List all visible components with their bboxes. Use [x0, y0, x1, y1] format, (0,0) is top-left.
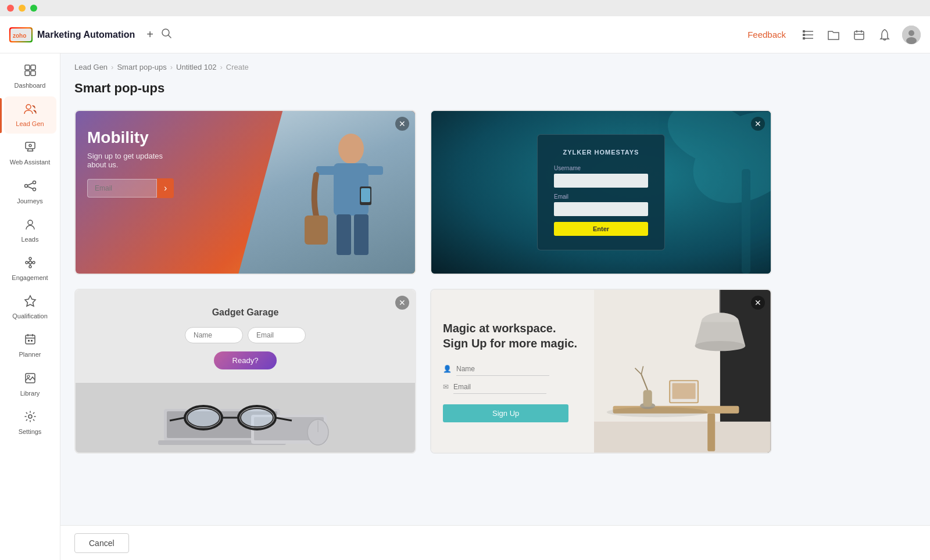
svg-rect-48 [31, 340, 33, 342]
template-grid: Mobility Sign up to get updates about us… [74, 110, 772, 454]
magic-heading-line2: Sign Up for more magic. [443, 337, 577, 350]
sidebar-item-library[interactable]: Library [4, 366, 56, 403]
leads-icon [24, 218, 37, 234]
gadget-email-input[interactable] [248, 327, 306, 343]
svg-line-31 [27, 186, 33, 189]
svg-point-21 [26, 105, 31, 109]
template-card-gadget[interactable]: Gadget Garage Ready? [74, 289, 416, 454]
maximize-dot[interactable] [30, 5, 37, 12]
sidebar-item-dashboard[interactable]: Dashboard [4, 58, 56, 95]
breadcrumb-smart-popups[interactable]: Smart pop-ups [117, 63, 166, 71]
window-chrome [0, 0, 930, 16]
sidebar-item-settings[interactable]: Settings [4, 404, 56, 441]
mobility-title: Mobility [87, 128, 180, 147]
magic-heading: Magic at workspace. Sign Up for more mag… [443, 321, 582, 351]
breadcrumb: Lead Gen › Smart pop-ups › Untitled 102 … [74, 63, 916, 71]
sidebar-label-lead-gen: Lead Gen [16, 120, 44, 128]
breadcrumb-sep-3: › [220, 63, 222, 71]
svg-rect-63 [742, 169, 750, 274]
sidebar-label-qualification: Qualification [12, 313, 48, 320]
magic-name-input[interactable] [456, 362, 549, 376]
sidebar-item-engagement[interactable]: Engagement [4, 250, 56, 288]
svg-rect-43 [26, 335, 35, 344]
sidebar-label-leads: Leads [22, 236, 39, 243]
svg-rect-56 [337, 214, 351, 255]
magic-email-row: ✉ [443, 380, 582, 394]
sidebar-item-journeys[interactable]: Journeys [4, 174, 56, 211]
svg-text:zoho: zoho [13, 33, 26, 39]
svg-rect-7 [803, 30, 805, 33]
mobility-close-icon[interactable]: ✕ [395, 117, 409, 131]
feedback-button[interactable]: Feedback [743, 27, 791, 42]
magic-signup-button[interactable]: Sign Up [443, 404, 568, 422]
template-card-mobility[interactable]: Mobility Sign up to get updates about us… [74, 110, 416, 275]
gadget-name-input[interactable] [185, 327, 243, 343]
sidebar-item-wrap-planner: Planner [0, 327, 60, 365]
sidebar-label-dashboard: Dashboard [15, 82, 46, 89]
mobility-subtitle: Sign up to get updates about us. [87, 152, 180, 169]
username-label: Username [554, 165, 648, 171]
breadcrumb-create: Create [226, 63, 249, 71]
mobility-submit-button[interactable]: › [157, 178, 174, 198]
svg-point-36 [29, 265, 31, 268]
user-avatar[interactable] [902, 26, 921, 44]
sidebar-label-planner: Planner [19, 351, 41, 358]
username-field[interactable] [554, 174, 648, 188]
sidebar-item-leads[interactable]: Leads [4, 212, 56, 249]
search-icon[interactable] [160, 27, 172, 42]
zylker-enter-button[interactable]: Enter [554, 222, 648, 236]
gadget-close-icon[interactable]: ✕ [395, 296, 409, 310]
gadget-fields [185, 327, 306, 343]
svg-point-33 [26, 261, 28, 264]
gadget-svg [152, 386, 338, 450]
web-assistant-icon [24, 141, 37, 156]
breadcrumb-lead-gen[interactable]: Lead Gen [74, 63, 108, 71]
gadget-title: Gadget Garage [212, 307, 279, 318]
sidebar-item-planner[interactable]: Planner [4, 327, 56, 364]
sidebar-item-qualification[interactable]: Qualification [4, 289, 56, 326]
email-field-zylker[interactable] [554, 202, 648, 216]
template-card-zylker[interactable]: ZYLKER HOMESTAYS Username Email Enter ✕ [430, 110, 772, 275]
folder-icon[interactable] [825, 27, 842, 43]
svg-line-30 [27, 183, 33, 185]
svg-rect-87 [673, 383, 696, 399]
zylker-modal: ZYLKER HOMESTAYS Username Email Enter [537, 134, 665, 250]
magic-close-icon[interactable]: ✕ [751, 296, 765, 310]
app-logo[interactable]: zoho Marketing Automation [9, 27, 135, 42]
sidebar-label-settings: Settings [19, 428, 42, 436]
magic-email-input[interactable] [453, 380, 546, 394]
magic-right [594, 290, 771, 453]
dashboard-icon [24, 64, 37, 80]
list-view-icon[interactable] [800, 27, 816, 43]
person-icon-small: 👤 [443, 365, 452, 373]
zylker-close-icon[interactable]: ✕ [751, 117, 765, 131]
svg-rect-60 [361, 188, 370, 202]
minimize-dot[interactable] [19, 5, 26, 12]
mobility-email-input[interactable] [87, 179, 157, 198]
breadcrumb-untitled[interactable]: Untitled 102 [176, 63, 216, 71]
mobility-content: Mobility Sign up to get updates about us… [87, 128, 180, 198]
close-dot[interactable] [7, 5, 14, 12]
svg-rect-18 [31, 65, 35, 70]
svg-rect-17 [25, 65, 30, 70]
mobility-bg: Mobility Sign up to get updates about us… [76, 111, 415, 274]
email-icon-small: ✉ [443, 383, 449, 391]
svg-point-93 [607, 407, 708, 417]
sidebar-item-wrap-engagement: Engagement [0, 250, 60, 289]
svg-rect-8 [803, 34, 805, 36]
template-card-magic[interactable]: Magic at workspace. Sign Up for more mag… [430, 289, 772, 454]
sidebar-item-lead-gen[interactable]: Lead Gen [4, 96, 56, 134]
gadget-ready-button[interactable]: Ready? [214, 351, 277, 369]
svg-rect-80 [594, 422, 771, 453]
svg-point-32 [28, 220, 33, 225]
svg-point-26 [29, 145, 31, 147]
svg-point-51 [28, 415, 32, 418]
calendar-icon[interactable] [851, 27, 867, 43]
sidebar-item-web-assistant[interactable]: Web Assistant [4, 135, 56, 172]
cancel-button[interactable]: Cancel [74, 533, 129, 553]
add-button[interactable]: + [146, 28, 153, 41]
bell-icon[interactable] [877, 27, 893, 43]
svg-point-27 [24, 184, 27, 187]
app-title: Marketing Automation [37, 30, 135, 40]
settings-icon [24, 410, 37, 426]
